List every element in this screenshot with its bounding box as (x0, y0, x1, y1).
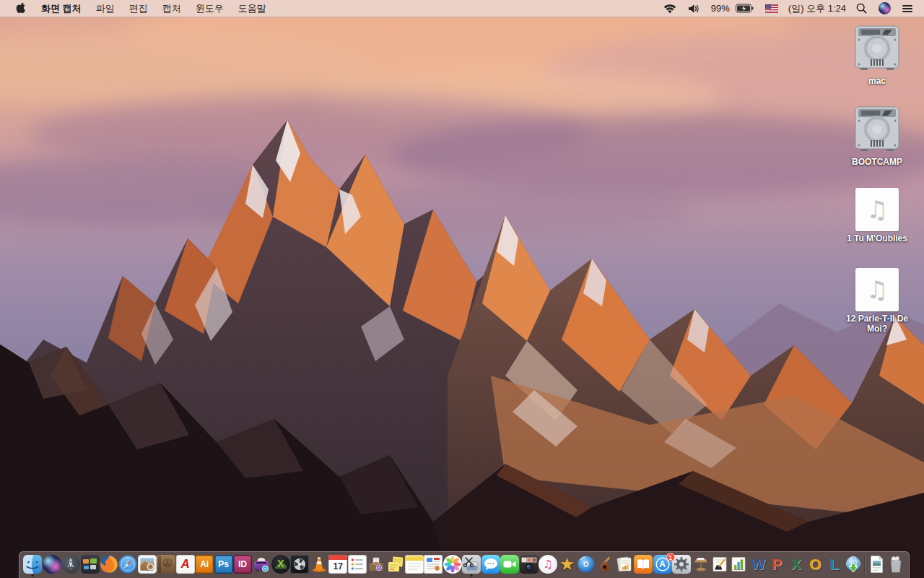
dock-item-ms-excel[interactable]: X (787, 553, 806, 577)
dock-item-messages[interactable] (481, 553, 500, 577)
dock-item-illustrator[interactable]: Ai (195, 553, 214, 577)
dock-item-vlc[interactable] (310, 553, 328, 577)
notification-center-menu[interactable] (897, 0, 918, 17)
dock-item-numbers[interactable] (729, 553, 748, 577)
menu-bar: 화면 캡처 파일 편집 캡처 윈도우 도움말 99% (0, 0, 924, 17)
dock-item-adobe-reader[interactable]: A (176, 553, 195, 577)
apple-menu[interactable] (9, 2, 34, 14)
menu-item-help[interactable]: 도움말 (231, 0, 274, 17)
dock-item-siri[interactable] (42, 553, 61, 577)
dock-item-keynote[interactable] (691, 553, 710, 577)
dock-item-calendar[interactable]: 17 (328, 553, 347, 577)
dock-item-preview[interactable] (138, 553, 157, 577)
siri-icon (43, 555, 61, 574)
menu-item-edit[interactable]: 편집 (122, 0, 155, 17)
dock-item-system-preferences[interactable] (672, 553, 691, 577)
app-store-icon: A 1 (653, 555, 672, 574)
dock-item-finder[interactable] (23, 553, 42, 577)
app-store-glyph: A (659, 559, 666, 569)
dock-item-ibooks[interactable] (634, 553, 653, 577)
word-glyph: W (751, 555, 765, 574)
battery-charging-icon (736, 4, 754, 13)
dock-item-notes[interactable] (405, 553, 424, 577)
battery-menu[interactable] (734, 0, 759, 17)
dock-item-idvd[interactable] (577, 553, 596, 577)
volume-menu[interactable] (682, 0, 707, 17)
dock-item-mission-control[interactable] (80, 553, 99, 577)
contacts-book-icon (157, 555, 175, 574)
dock-item-documents-chart-app[interactable] (615, 553, 634, 577)
dock-item-stickies[interactable] (385, 553, 404, 577)
dock-item-archive-box-app[interactable] (367, 553, 385, 577)
document-file-icon (867, 555, 886, 574)
photo-booth-icon (520, 555, 539, 574)
dock-item-document-file[interactable] (867, 553, 886, 577)
spotlight-search-icon (856, 3, 867, 14)
dock-item-launchpad[interactable] (61, 553, 80, 577)
dock-item-pages[interactable] (710, 553, 729, 577)
dock-item-ms-outlook[interactable]: O (806, 553, 824, 577)
firefox-icon (100, 555, 118, 574)
finder-icon (23, 555, 42, 574)
mission-control-icon (81, 555, 100, 574)
menu-clock[interactable]: (일) 오후 1:24 (784, 2, 850, 15)
word-icon: W (749, 555, 767, 574)
grab-scissors-icon (462, 555, 481, 574)
globe-download-icon (844, 555, 863, 574)
desktop-icon-audio-2[interactable]: ♫ 12 Parle-T-Il De Moi? (834, 268, 920, 334)
music-note-glyph: ♫ (866, 195, 888, 224)
menu-item-window[interactable]: 윈도우 (188, 0, 231, 17)
dock-item-contacts[interactable] (157, 553, 175, 577)
system-preferences-gear-icon (672, 555, 691, 574)
menu-item-app-name[interactable]: 화면 캡처 (34, 0, 89, 17)
imovie-star-glyph: ★ (559, 555, 575, 574)
dock-item-toast[interactable] (252, 553, 271, 577)
notification-center-icon (902, 4, 912, 14)
wifi-menu[interactable] (658, 0, 682, 17)
siri-menu[interactable] (873, 0, 897, 17)
dock-item-reminders[interactable] (347, 553, 366, 577)
dock-item-imovie[interactable]: ★ (557, 553, 576, 577)
dock-item-newsletter-app[interactable] (424, 553, 443, 577)
dock-item-safari[interactable] (118, 553, 137, 577)
messages-bubble-icon (481, 555, 500, 574)
dock-item-trash[interactable] (886, 553, 905, 577)
desktop-icon-drive-mac[interactable]: mac (834, 25, 920, 86)
dock-item-ms-powerpoint[interactable]: P (767, 553, 786, 577)
dock-item-photo-booth[interactable] (519, 553, 538, 577)
wifi-icon (663, 4, 676, 14)
trash-full-icon (886, 555, 905, 574)
dock-item-app-store[interactable]: A 1 (653, 553, 671, 577)
desktop-icon-audio-1[interactable]: ♫ 1 Tu M'Oublies (834, 188, 920, 243)
garageband-guitar-icon (596, 555, 614, 574)
dock-item-grab-screen-capture[interactable] (462, 553, 481, 577)
dock-item-facetime[interactable] (500, 553, 519, 577)
audio-file-icon: ♫ (855, 188, 899, 231)
dock-item-ms-lync[interactable]: L (824, 553, 843, 577)
desktop-icon-label: BOOTCAMP (834, 157, 920, 167)
archive-box-icon (367, 555, 385, 574)
desktop-icon-drive-bootcamp[interactable]: BOOTCAMP (834, 105, 920, 167)
desktop-icon-label: 12 Parle-T-Il De Moi? (837, 314, 917, 334)
dock-item-itunes[interactable]: ♫ (539, 553, 557, 577)
dock-item-indesign[interactable]: ID (233, 553, 252, 577)
excel-glyph: X (791, 555, 801, 574)
dock-item-ms-word[interactable]: W (749, 553, 767, 577)
documents-chart-icon (615, 555, 634, 574)
macos-desktop: { "menu_bar": { "menus": ["화면 캡처", "파일",… (0, 0, 924, 578)
dock-item-x-image-viewer[interactable]: X (271, 553, 290, 577)
spotlight-menu[interactable] (850, 0, 873, 17)
menu-item-file[interactable]: 파일 (89, 0, 122, 17)
menu-item-capture[interactable]: 캡처 (155, 0, 188, 17)
dock-item-globe-download-app[interactable] (844, 553, 863, 577)
dock-item-photoshop[interactable]: Ps (214, 553, 232, 577)
desktop-icon-label: 1 Tu M'Oublies (834, 233, 920, 243)
dock-item-disk-fan-utility[interactable] (290, 553, 309, 577)
dock-item-photos[interactable] (443, 553, 462, 577)
lync-icon: L (825, 555, 844, 574)
input-source-menu[interactable] (759, 0, 784, 17)
photoshop-icon: Ps (214, 555, 233, 574)
dock-item-firefox[interactable] (100, 553, 118, 577)
indesign-icon: ID (233, 555, 252, 574)
dock-item-garageband[interactable] (596, 553, 614, 577)
